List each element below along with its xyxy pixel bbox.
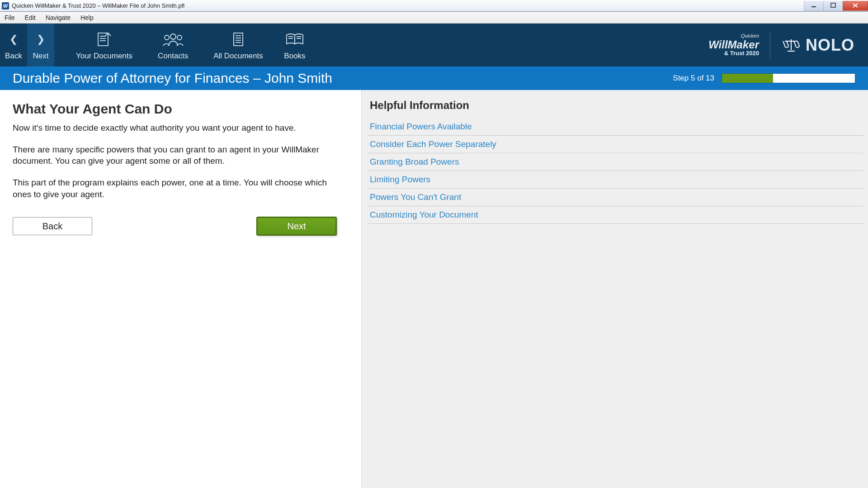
menu-help[interactable]: Help (80, 14, 94, 21)
maximize-button[interactable] (823, 1, 843, 11)
content-area: What Your Agent Can Do Now it's time to … (0, 90, 868, 488)
toolbar: ❮ Back ❯ Next Your Documents Contacts Al… (0, 24, 868, 66)
window-titlebar: W Quicken WillMaker & Trust 2020 – WillM… (0, 0, 868, 12)
toolbar-contacts-label: Contacts (158, 52, 188, 61)
brand-nolo: NOLO (781, 36, 854, 55)
toolbar-books[interactable]: Books (276, 24, 314, 66)
document-pencil-icon (94, 30, 114, 49)
brand-nolo-text: NOLO (806, 36, 854, 55)
progress-fill (722, 74, 773, 83)
chevron-right-icon: ❯ (37, 34, 45, 44)
svg-point-11 (165, 35, 169, 40)
help-link-broad-powers[interactable]: Granting Broad Powers (368, 153, 863, 171)
help-link-consider-each[interactable]: Consider Each Power Separately (368, 136, 863, 153)
brand-area: Quicken WillMaker & Trust 2020 NOLO (708, 24, 868, 66)
maximize-icon (830, 2, 836, 9)
help-link-financial-powers[interactable]: Financial Powers Available (368, 118, 863, 136)
next-button-label: Next (287, 221, 306, 232)
people-icon (160, 30, 186, 49)
help-panel: Helpful Information Financial Powers Ava… (362, 90, 868, 488)
main-panel: What Your Agent Can Do Now it's time to … (0, 90, 362, 488)
minimize-icon (811, 2, 817, 9)
toolbar-all-documents-label: All Documents (213, 52, 263, 61)
svg-rect-1 (831, 3, 835, 7)
main-paragraph-2: There are many specific powers that you … (13, 144, 341, 167)
step-label: Step 5 of 13 (673, 74, 714, 83)
toolbar-back-label: Back (5, 52, 22, 61)
svg-point-10 (170, 34, 176, 39)
toolbar-your-documents-label: Your Documents (76, 52, 132, 61)
toolbar-books-label: Books (284, 52, 305, 61)
toolbar-contacts[interactable]: Contacts (150, 24, 196, 66)
window-controls (804, 1, 868, 11)
toolbar-back[interactable]: ❮ Back (0, 24, 27, 66)
brand-willmaker-text: WillMaker (708, 39, 759, 50)
next-button[interactable]: Next (257, 217, 336, 235)
scales-icon (781, 38, 801, 53)
app-icon: W (2, 2, 9, 9)
brand-trust-text: & Trust 2020 (708, 50, 759, 57)
close-button[interactable] (843, 1, 868, 11)
main-paragraph-3: This part of the program explains each p… (13, 177, 341, 200)
toolbar-next[interactable]: ❯ Next (27, 24, 54, 66)
chevron-left-icon: ❮ (9, 34, 18, 44)
toolbar-your-documents[interactable]: Your Documents (68, 24, 141, 66)
page-title: Durable Power of Attorney for Finances –… (13, 71, 332, 86)
help-link-cant-grant[interactable]: Powers You Can't Grant (368, 189, 863, 206)
menu-edit[interactable]: Edit (25, 14, 36, 21)
back-button[interactable]: Back (13, 217, 92, 235)
help-link-customizing[interactable]: Customizing Your Document (368, 206, 863, 224)
brand-divider (770, 32, 770, 59)
minimize-button[interactable] (804, 1, 824, 11)
back-button-label: Back (42, 221, 62, 232)
svg-point-12 (177, 35, 182, 40)
menu-navigate[interactable]: Navigate (46, 14, 71, 21)
main-paragraph-1: Now it's time to decide exactly what aut… (13, 122, 341, 134)
toolbar-next-label: Next (33, 52, 49, 61)
close-icon (852, 2, 859, 9)
documents-icon (229, 30, 247, 49)
progress-bar (722, 73, 855, 83)
menu-file[interactable]: File (5, 14, 15, 21)
subheader: Durable Power of Attorney for Finances –… (0, 66, 868, 90)
svg-rect-13 (234, 33, 243, 46)
menubar: File Edit Navigate Help (0, 12, 868, 24)
help-link-limiting[interactable]: Limiting Powers (368, 171, 863, 189)
main-heading: What Your Agent Can Do (13, 101, 341, 117)
brand-willmaker: Quicken WillMaker & Trust 2020 (708, 33, 759, 56)
window-title: Quicken WillMaker & Trust 2020 – WillMak… (12, 2, 184, 9)
help-heading: Helpful Information (368, 99, 863, 112)
book-icon (284, 30, 306, 49)
toolbar-all-documents[interactable]: All Documents (205, 24, 271, 66)
